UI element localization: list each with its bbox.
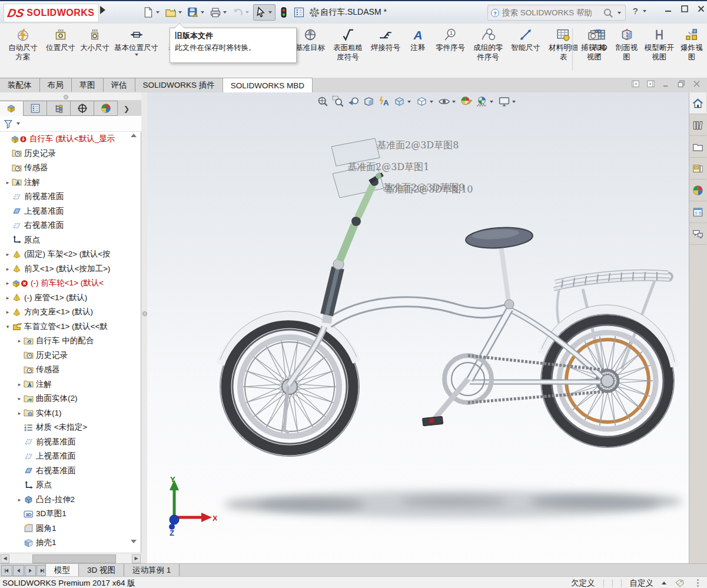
view-orientation-icon[interactable] xyxy=(393,95,413,108)
panel-tab-propertymanager[interactable] xyxy=(23,101,47,116)
expand-arrow[interactable]: ▸ xyxy=(15,396,24,401)
rebuild-button[interactable] xyxy=(277,5,291,20)
maximize-button[interactable] xyxy=(681,5,689,13)
tab-active[interactable]: SOLIDWORKS MBD xyxy=(223,78,313,93)
ribbon-button-view[interactable]: 模型断开视图 xyxy=(642,26,677,62)
tab-inactive[interactable]: 评估 xyxy=(103,78,135,92)
ribbon-button-dim[interactable]: 自动尺寸方案 xyxy=(2,26,44,62)
display-style-icon[interactable] xyxy=(416,95,435,108)
tree-item[interactable]: 传感器 xyxy=(0,161,133,175)
undo-button[interactable] xyxy=(231,5,252,20)
zoom-to-fit-icon[interactable] xyxy=(317,95,329,108)
tree-item[interactable]: 右视基准面 xyxy=(0,218,133,233)
dropdown-icon[interactable] xyxy=(201,11,204,14)
tree-item[interactable]: ▸注解 xyxy=(0,377,133,392)
expand-arrow[interactable]: ▸ xyxy=(4,280,12,286)
search-icon[interactable] xyxy=(603,8,613,18)
ribbon-button-annot[interactable]: 1零件序号 xyxy=(433,26,467,52)
ribbon-button-dim[interactable]: xxx位置尺寸 xyxy=(44,26,78,52)
tree-item[interactable]: ▸自行车 中的配合 xyxy=(0,334,133,348)
dropdown-icon[interactable] xyxy=(430,101,433,103)
edit-appearance-icon[interactable] xyxy=(460,95,473,108)
doc-minimize-icon[interactable] xyxy=(662,79,671,88)
tree-item[interactable]: 前视基准面 xyxy=(0,190,133,204)
taskpane-design-library-button[interactable] xyxy=(689,114,706,136)
dropdown-icon[interactable] xyxy=(490,101,493,103)
select-button[interactable] xyxy=(253,4,276,21)
ribbon-button-dim[interactable]: xxx大小尺寸 xyxy=(78,26,112,52)
dropdown-icon[interactable] xyxy=(452,101,456,103)
tree-item[interactable]: 材质 <未指定> xyxy=(0,420,133,435)
dynamic-annotation-views-icon[interactable]: A xyxy=(378,95,390,108)
file-properties-button[interactable] xyxy=(292,5,306,20)
expand-arrow[interactable]: ▸ xyxy=(4,295,12,301)
ribbon-button-view[interactable]: 3D捕获 3D 视图 xyxy=(577,26,612,62)
ribbon-button-annot[interactable]: A1基准目标 xyxy=(293,26,327,52)
hscroll-left-icon[interactable]: ◀ xyxy=(1,554,9,563)
section-view-icon[interactable] xyxy=(363,95,375,108)
panel-tab-featuremanager[interactable] xyxy=(0,101,24,116)
dropdown-icon[interactable] xyxy=(322,11,326,14)
dropdown-icon[interactable] xyxy=(178,11,182,14)
dropdown-icon[interactable] xyxy=(156,11,160,14)
help-dropdown-icon[interactable] xyxy=(643,10,646,12)
tree-item[interactable]: 前视基准面 xyxy=(0,435,133,450)
ribbon-button-annot[interactable]: 表面粗糙度符号 xyxy=(327,26,369,62)
save-button[interactable] xyxy=(186,5,207,20)
resize-grip[interactable] xyxy=(692,579,699,587)
unit-dropdown-icon[interactable] xyxy=(662,582,666,584)
taskpane-appearances-scenes-button[interactable] xyxy=(689,180,706,201)
tab-inactive[interactable]: 布局 xyxy=(39,78,72,92)
seat[interactable] xyxy=(465,225,533,309)
expand-arrow[interactable]: ▾ xyxy=(4,324,12,330)
search-dropdown-icon[interactable] xyxy=(618,12,621,14)
expand-arrow[interactable]: ▸ xyxy=(15,338,24,344)
tree-item[interactable]: ▸实体(1) xyxy=(0,406,133,421)
tree-scroll-down-icon[interactable] xyxy=(131,540,137,543)
tree-item[interactable]: 原点 xyxy=(0,233,133,248)
minimize-button[interactable] xyxy=(664,5,672,13)
nav-prev-button[interactable] xyxy=(13,565,24,576)
options-button[interactable] xyxy=(307,5,328,20)
panel-tab-configurationmanager[interactable] xyxy=(47,101,71,116)
tab-inactive[interactable]: SOLIDWORKS 插件 xyxy=(135,78,223,92)
dropdown-icon[interactable] xyxy=(223,11,227,14)
expand-arrow[interactable]: ▸ xyxy=(15,497,24,503)
ribbon-button-annot[interactable]: 成组的零件序号 xyxy=(467,26,509,62)
ribbon-button-view[interactable]: 爆炸视图 xyxy=(676,26,707,62)
tree-item[interactable]: 上视基准面 xyxy=(0,449,133,464)
expand-arrow[interactable]: ▸ xyxy=(4,251,12,257)
tree-horizontal-scrollbar[interactable]: ◀ ▶ xyxy=(0,553,141,563)
filter-funnel-icon[interactable] xyxy=(4,119,14,129)
print-button[interactable] xyxy=(208,5,230,20)
tree-item[interactable]: ▸曲面实体(2) xyxy=(0,391,133,406)
doc-tab[interactable]: 运动算例 1 xyxy=(124,564,180,577)
dropdown-icon[interactable] xyxy=(512,101,516,103)
expand-arrow[interactable]: ▸ xyxy=(15,381,24,387)
tree-scroll-up-icon[interactable] xyxy=(131,134,137,137)
taskpane-home-button[interactable] xyxy=(689,92,706,114)
tab-inactive[interactable]: 装配体 xyxy=(0,78,40,92)
expand-arrow[interactable]: ▸ xyxy=(4,180,12,185)
dropdown-icon[interactable] xyxy=(407,101,411,103)
panel-tab-displaymanager[interactable] xyxy=(94,101,118,116)
tree-item[interactable]: ▸注解 xyxy=(0,175,133,190)
close-button[interactable] xyxy=(697,5,705,13)
taskpane-custom-properties-button[interactable] xyxy=(689,201,706,223)
doc-restore-icon[interactable] xyxy=(677,79,686,88)
tree-item[interactable]: ▸(-) 前车轮<1> (默认< xyxy=(0,276,133,291)
expand-arrow[interactable]: ▸ xyxy=(4,309,12,315)
hide-show-items-icon[interactable] xyxy=(438,95,457,108)
graphics-viewport[interactable]: A 基准面2@3D草图8基准面2@3D草图1基准面2@3D草图9基准面2@3D草… xyxy=(147,92,689,563)
doc-close-icon[interactable] xyxy=(692,79,701,88)
search-input[interactable]: ? 搜索 SOLIDWORKS 帮助 xyxy=(487,5,626,21)
tree-item[interactable]: 传感器 xyxy=(0,363,133,377)
tree-item[interactable]: ▸前叉<1> (默认<按加工>) xyxy=(0,262,133,277)
apply-scene-icon[interactable] xyxy=(476,95,495,108)
filter-dropdown-icon[interactable] xyxy=(16,122,20,125)
view-settings-icon[interactable] xyxy=(498,95,517,108)
tree-item[interactable]: ▸(-) 座管<1> (默认) xyxy=(0,291,133,305)
dropdown-icon[interactable] xyxy=(245,11,249,14)
panel-splitter-grip[interactable] xyxy=(0,92,141,100)
tree-item[interactable]: 历史记录 xyxy=(0,147,133,161)
